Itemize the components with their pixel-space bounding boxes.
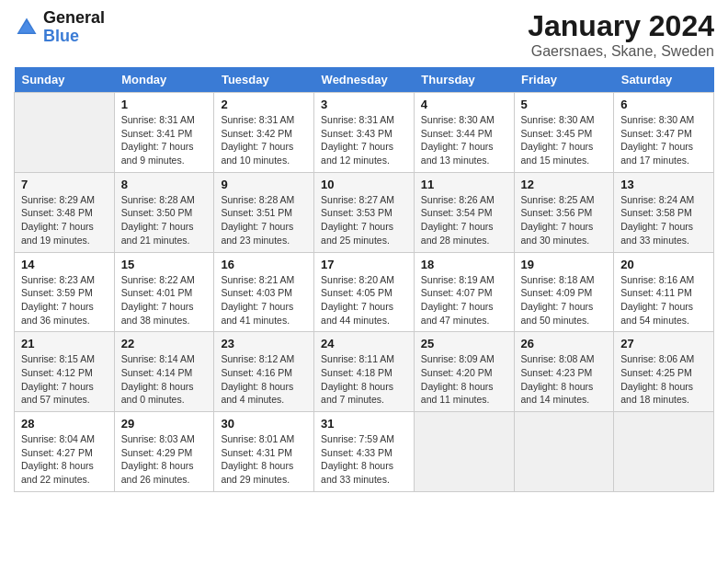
cell-content: Sunrise: 8:20 AMSunset: 4:05 PMDaylight:… — [321, 273, 407, 327]
calendar-cell: 3Sunrise: 8:31 AMSunset: 3:43 PMDaylight… — [314, 93, 415, 173]
day-number: 27 — [620, 337, 707, 350]
calendar-cell: 30Sunrise: 8:01 AMSunset: 4:31 PMDayligh… — [214, 412, 314, 492]
cell-content: Sunrise: 8:31 AMSunset: 3:43 PMDaylight:… — [321, 113, 407, 167]
day-number: 20 — [620, 258, 707, 271]
day-number: 1 — [121, 98, 208, 111]
calendar-cell — [15, 93, 115, 173]
logo-icon — [14, 15, 40, 40]
page-header: GeneralBlue January 2024 Gaersnaes, Skan… — [14, 9, 714, 60]
day-number: 23 — [221, 337, 307, 350]
day-header-saturday: Saturday — [614, 67, 714, 93]
calendar-cell — [414, 412, 514, 492]
calendar-cell — [614, 412, 714, 492]
day-number: 14 — [21, 258, 108, 271]
day-number: 2 — [221, 98, 307, 111]
day-number: 7 — [21, 178, 108, 191]
cell-content: Sunrise: 8:24 AMSunset: 3:58 PMDaylight:… — [620, 193, 707, 247]
calendar-cell: 8Sunrise: 8:28 AMSunset: 3:50 PMDaylight… — [114, 172, 214, 252]
cell-content: Sunrise: 8:28 AMSunset: 3:50 PMDaylight:… — [121, 193, 208, 247]
calendar-cell: 10Sunrise: 8:27 AMSunset: 3:53 PMDayligh… — [314, 172, 415, 252]
cell-content: Sunrise: 8:14 AMSunset: 4:14 PMDaylight:… — [121, 352, 208, 407]
day-number: 15 — [121, 258, 208, 271]
calendar-cell: 26Sunrise: 8:08 AMSunset: 4:23 PMDayligh… — [514, 332, 614, 412]
cell-content: Sunrise: 7:59 AMSunset: 4:33 PMDaylight:… — [321, 432, 407, 487]
day-number: 16 — [221, 258, 307, 271]
day-number: 30 — [221, 417, 307, 431]
day-number: 17 — [321, 258, 407, 271]
day-number: 10 — [321, 178, 407, 191]
calendar-cell — [514, 412, 614, 492]
calendar-cell: 25Sunrise: 8:09 AMSunset: 4:20 PMDayligh… — [414, 332, 514, 412]
day-number: 28 — [21, 417, 108, 431]
calendar-cell: 27Sunrise: 8:06 AMSunset: 4:25 PMDayligh… — [614, 332, 714, 412]
cell-content: Sunrise: 8:31 AMSunset: 3:41 PMDaylight:… — [121, 113, 208, 167]
day-number: 24 — [321, 337, 407, 350]
calendar-cell: 20Sunrise: 8:16 AMSunset: 4:11 PMDayligh… — [614, 252, 714, 332]
calendar-cell: 15Sunrise: 8:22 AMSunset: 4:01 PMDayligh… — [114, 252, 214, 332]
cell-content: Sunrise: 8:30 AMSunset: 3:47 PMDaylight:… — [620, 113, 707, 167]
cell-content: Sunrise: 8:30 AMSunset: 3:45 PMDaylight:… — [521, 113, 608, 167]
cell-content: Sunrise: 8:31 AMSunset: 3:42 PMDaylight:… — [221, 113, 307, 167]
day-number: 9 — [221, 178, 307, 191]
cell-content: Sunrise: 8:15 AMSunset: 4:12 PMDaylight:… — [21, 352, 108, 407]
day-number: 6 — [620, 98, 707, 111]
cell-content: Sunrise: 8:29 AMSunset: 3:48 PMDaylight:… — [21, 193, 108, 247]
calendar-cell: 21Sunrise: 8:15 AMSunset: 4:12 PMDayligh… — [15, 332, 115, 412]
day-header-thursday: Thursday — [414, 67, 514, 93]
cell-content: Sunrise: 8:18 AMSunset: 4:09 PMDaylight:… — [521, 273, 608, 327]
calendar-cell: 23Sunrise: 8:12 AMSunset: 4:16 PMDayligh… — [214, 332, 314, 412]
day-number: 29 — [121, 417, 208, 431]
day-number: 19 — [521, 258, 608, 271]
cell-content: Sunrise: 8:21 AMSunset: 4:03 PMDaylight:… — [221, 273, 307, 327]
cell-content: Sunrise: 8:08 AMSunset: 4:23 PMDaylight:… — [521, 352, 608, 407]
cell-content: Sunrise: 8:01 AMSunset: 4:31 PMDaylight:… — [221, 432, 307, 487]
cell-content: Sunrise: 8:22 AMSunset: 4:01 PMDaylight:… — [121, 273, 208, 327]
cell-content: Sunrise: 8:25 AMSunset: 3:56 PMDaylight:… — [521, 193, 608, 247]
calendar-table: SundayMondayTuesdayWednesdayThursdayFrid… — [14, 67, 714, 492]
day-number: 8 — [121, 178, 208, 191]
calendar-cell: 17Sunrise: 8:20 AMSunset: 4:05 PMDayligh… — [314, 252, 415, 332]
cell-content: Sunrise: 8:19 AMSunset: 4:07 PMDaylight:… — [421, 273, 507, 327]
calendar-cell: 9Sunrise: 8:28 AMSunset: 3:51 PMDaylight… — [214, 172, 314, 252]
cell-content: Sunrise: 8:28 AMSunset: 3:51 PMDaylight:… — [221, 193, 307, 247]
cell-content: Sunrise: 8:27 AMSunset: 3:53 PMDaylight:… — [321, 193, 407, 247]
calendar-cell: 14Sunrise: 8:23 AMSunset: 3:59 PMDayligh… — [15, 252, 115, 332]
day-header-wednesday: Wednesday — [314, 67, 415, 93]
day-number: 26 — [521, 337, 608, 350]
day-number: 3 — [321, 98, 407, 111]
cell-content: Sunrise: 8:03 AMSunset: 4:29 PMDaylight:… — [121, 432, 208, 487]
calendar-cell: 4Sunrise: 8:30 AMSunset: 3:44 PMDaylight… — [414, 93, 514, 173]
calendar-cell: 11Sunrise: 8:26 AMSunset: 3:54 PMDayligh… — [414, 172, 514, 252]
cell-content: Sunrise: 8:06 AMSunset: 4:25 PMDaylight:… — [620, 352, 707, 407]
day-header-sunday: Sunday — [15, 67, 115, 93]
week-row-3: 14Sunrise: 8:23 AMSunset: 3:59 PMDayligh… — [15, 252, 714, 332]
cell-content: Sunrise: 8:11 AMSunset: 4:18 PMDaylight:… — [321, 352, 407, 407]
calendar-cell: 19Sunrise: 8:18 AMSunset: 4:09 PMDayligh… — [514, 252, 614, 332]
cell-content: Sunrise: 8:30 AMSunset: 3:44 PMDaylight:… — [421, 113, 507, 167]
location-title: Gaersnaes, Skane, Sweden — [528, 43, 714, 60]
day-number: 22 — [121, 337, 208, 350]
calendar-cell: 7Sunrise: 8:29 AMSunset: 3:48 PMDaylight… — [15, 172, 115, 252]
day-header-friday: Friday — [514, 67, 614, 93]
day-number: 21 — [21, 337, 108, 350]
calendar-cell: 1Sunrise: 8:31 AMSunset: 3:41 PMDaylight… — [114, 93, 214, 173]
cell-content: Sunrise: 8:23 AMSunset: 3:59 PMDaylight:… — [21, 273, 108, 327]
day-number: 25 — [421, 337, 507, 350]
cell-content: Sunrise: 8:09 AMSunset: 4:20 PMDaylight:… — [421, 352, 507, 407]
week-row-1: 1Sunrise: 8:31 AMSunset: 3:41 PMDaylight… — [15, 93, 714, 173]
week-row-5: 28Sunrise: 8:04 AMSunset: 4:27 PMDayligh… — [15, 412, 714, 492]
days-header-row: SundayMondayTuesdayWednesdayThursdayFrid… — [15, 67, 714, 93]
calendar-cell: 16Sunrise: 8:21 AMSunset: 4:03 PMDayligh… — [214, 252, 314, 332]
day-number: 5 — [521, 98, 608, 111]
calendar-cell: 18Sunrise: 8:19 AMSunset: 4:07 PMDayligh… — [414, 252, 514, 332]
day-number: 4 — [421, 98, 507, 111]
day-header-tuesday: Tuesday — [214, 67, 314, 93]
day-number: 11 — [421, 178, 507, 191]
calendar-cell: 13Sunrise: 8:24 AMSunset: 3:58 PMDayligh… — [614, 172, 714, 252]
month-title: January 2024 — [528, 9, 714, 43]
day-number: 31 — [321, 417, 407, 431]
logo-text: GeneralBlue — [43, 9, 105, 46]
day-number: 18 — [421, 258, 507, 271]
calendar-cell: 2Sunrise: 8:31 AMSunset: 3:42 PMDaylight… — [214, 93, 314, 173]
cell-content: Sunrise: 8:04 AMSunset: 4:27 PMDaylight:… — [21, 432, 108, 487]
